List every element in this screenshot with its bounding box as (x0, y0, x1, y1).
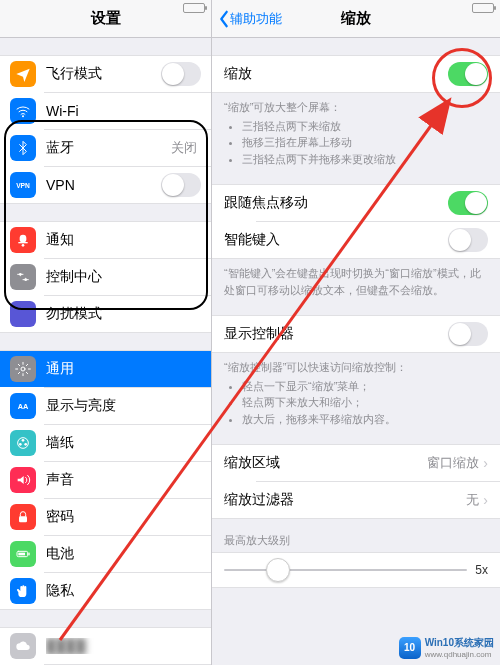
vpn-icon: VPN (10, 172, 36, 198)
smart-label: 智能键入 (224, 231, 448, 249)
region-label: 缩放区域 (224, 454, 427, 472)
battery-icon (183, 3, 205, 13)
sidebar-item-Wi-Fi[interactable]: Wi-Fi (0, 92, 211, 130)
filter-value: 无 (466, 491, 479, 509)
sidebar-item-通用[interactable]: 通用 (0, 350, 211, 388)
sidebar-item-label: 密码 (46, 508, 201, 526)
svg-rect-16 (18, 552, 25, 555)
zoom-toggle-row[interactable]: 缩放 (212, 55, 500, 93)
svg-rect-15 (28, 552, 29, 555)
max-zoom-label: 最高放大级别 (212, 519, 500, 552)
sidebar-item-飞行模式[interactable]: 飞行模式 (0, 55, 211, 93)
battery-icon (472, 3, 494, 13)
sidebar-item-label: 蓝牙 (46, 139, 171, 157)
sidebar-item-label: 墙纸 (46, 434, 201, 452)
sidebar-item-蓝牙[interactable]: 蓝牙关闭 (0, 129, 211, 167)
sidebar-item-显示与亮度[interactable]: AA显示与亮度 (0, 387, 211, 425)
svg-text:VPN: VPN (16, 182, 30, 189)
svg-point-7 (21, 367, 25, 371)
sidebar-item-墙纸[interactable]: 墙纸 (0, 424, 211, 462)
sidebar-item-label: 飞行模式 (46, 65, 161, 83)
lock-icon (10, 504, 36, 530)
sidebar-item-隐私[interactable]: 隐私 (0, 572, 211, 610)
sidebar-item-label: 声音 (46, 471, 201, 489)
sidebar-item-label: ████ (46, 638, 201, 654)
controller-switch[interactable] (448, 322, 488, 346)
control-icon (10, 264, 36, 290)
smart-typing-row[interactable]: 智能键入 (212, 221, 500, 259)
sidebar-item-label: 显示与亮度 (46, 397, 201, 415)
airplane-icon (10, 61, 36, 87)
zoom-switch[interactable] (448, 62, 488, 86)
zoom-region-row[interactable]: 缩放区域 窗口缩放 › (212, 444, 500, 482)
zoom-label: 缩放 (224, 65, 448, 83)
chevron-right-icon: › (483, 492, 488, 508)
sidebar-item-勿扰模式[interactable]: 勿扰模式 (0, 295, 211, 333)
moon-icon (10, 301, 36, 327)
right-header: 辅助功能 缩放 (212, 0, 500, 38)
sidebar-item-label: 电池 (46, 545, 201, 563)
svg-rect-13 (19, 516, 27, 522)
sidebar-item-label: 通用 (46, 360, 201, 378)
settings-title: 设置 (91, 9, 121, 28)
sidebar-item-通知[interactable]: 通知 (0, 221, 211, 259)
sidebar-item-label: 通知 (46, 231, 201, 249)
sidebar-item-VPN[interactable]: VPNVPN (0, 166, 211, 204)
watermark: 10 Win10系统家园 www.qdhuajin.com (399, 636, 494, 659)
display-icon: AA (10, 393, 36, 419)
sidebar-item-控制中心[interactable]: 控制中心 (0, 258, 211, 296)
left-header: 设置 (0, 0, 211, 38)
zoom-filter-row[interactable]: 缩放过滤器 无 › (212, 481, 500, 519)
follow-switch[interactable] (448, 191, 488, 215)
hand-icon (10, 578, 36, 604)
region-value: 窗口缩放 (427, 454, 479, 472)
gear-icon (10, 356, 36, 382)
max-zoom-slider[interactable] (224, 569, 467, 571)
sidebar-item-label: 隐私 (46, 582, 201, 600)
max-zoom-value: 5x (475, 563, 488, 577)
follow-focus-row[interactable]: 跟随焦点移动 (212, 184, 500, 222)
svg-point-11 (19, 443, 22, 446)
controller-label: 显示控制器 (224, 325, 448, 343)
bell-icon (10, 227, 36, 253)
smart-note: “智能键入”会在键盘出现时切换为“窗口缩放”模式，此处窗口可移动以缩放文本，但键… (212, 259, 500, 298)
svg-point-0 (22, 115, 24, 117)
svg-text:AA: AA (18, 401, 29, 410)
sidebar-item-label: 控制中心 (46, 268, 201, 286)
show-controller-row[interactable]: 显示控制器 (212, 315, 500, 353)
svg-rect-3 (18, 242, 27, 243)
sidebar-item-label: VPN (46, 177, 161, 193)
svg-point-12 (24, 443, 27, 446)
bluetooth-icon (10, 135, 36, 161)
switch[interactable] (161, 173, 201, 197)
slider-thumb[interactable] (266, 558, 290, 582)
sidebar-item-电池[interactable]: 电池 (0, 535, 211, 573)
back-button[interactable]: 辅助功能 (218, 0, 282, 37)
svg-point-4 (22, 244, 25, 247)
sidebar-item-label: 勿扰模式 (46, 305, 201, 323)
filter-label: 缩放过滤器 (224, 491, 466, 509)
battery-icon (10, 541, 36, 567)
max-zoom-slider-row[interactable]: 5x (212, 552, 500, 588)
cloud-icon (10, 633, 36, 659)
zoom-title: 缩放 (341, 9, 371, 28)
svg-rect-2 (20, 235, 27, 243)
wallpaper-icon (10, 430, 36, 456)
sidebar-item-label: Wi-Fi (46, 103, 197, 119)
smart-switch[interactable] (448, 228, 488, 252)
switch[interactable] (161, 62, 201, 86)
back-label: 辅助功能 (230, 10, 282, 28)
sidebar-item-密码[interactable]: 密码 (0, 498, 211, 536)
watermark-logo-icon: 10 (399, 637, 421, 659)
svg-point-10 (22, 439, 25, 442)
follow-label: 跟随焦点移动 (224, 194, 448, 212)
sidebar-item-声音[interactable]: 声音 (0, 461, 211, 499)
zoom-note: “缩放”可放大整个屏幕： 三指轻点两下来缩放拖移三指在屏幕上移动三指轻点两下并拖… (212, 93, 500, 167)
chevron-right-icon: › (483, 455, 488, 471)
sidebar-item-cloud[interactable]: ████ (0, 627, 211, 665)
wifi-icon (10, 98, 36, 124)
sound-icon (10, 467, 36, 493)
controller-note: “缩放控制器”可以快速访问缩放控制： 轻点一下显示“缩放”菜单；轻点两下来放大和… (212, 353, 500, 427)
